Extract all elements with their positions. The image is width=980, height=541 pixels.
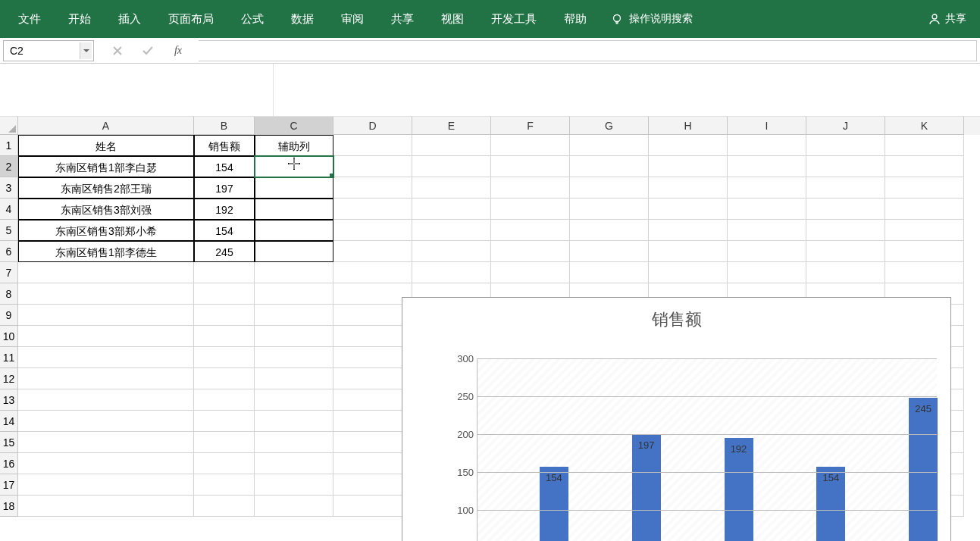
cell-A16[interactable] (18, 453, 194, 474)
row-header-3[interactable]: 3 (0, 177, 18, 199)
cell-D14[interactable] (333, 411, 412, 432)
cell-H2[interactable] (649, 156, 728, 177)
cell-A8[interactable] (18, 283, 194, 305)
spreadsheet-grid[interactable]: ABCDEFGHIJK 1姓名销售额辅助列2东南区销售1部李白瑟1543东南区销… (0, 117, 980, 517)
cell-C6[interactable] (255, 241, 333, 262)
cell-H3[interactable] (649, 177, 728, 199)
cell-D17[interactable] (333, 474, 412, 496)
row-header-2[interactable]: 2 (0, 156, 18, 177)
cell-B6[interactable]: 245 (194, 241, 255, 262)
cell-D4[interactable] (333, 199, 412, 220)
cell-B5[interactable]: 154 (194, 220, 255, 241)
column-header-H[interactable]: H (649, 117, 728, 135)
cell-B15[interactable] (194, 432, 255, 453)
cell-B1[interactable]: 销售额 (194, 135, 255, 156)
cell-D11[interactable] (333, 347, 412, 368)
select-all-corner[interactable] (0, 117, 18, 135)
cell-F1[interactable] (491, 135, 570, 156)
cell-B14[interactable] (194, 411, 255, 432)
ribbon-tab-开发工具[interactable]: 开发工具 (477, 0, 550, 38)
cancel-formula-button[interactable] (105, 40, 130, 61)
cell-B2[interactable]: 154 (194, 156, 255, 177)
row-header-15[interactable]: 15 (0, 432, 18, 453)
row-header-4[interactable]: 4 (0, 199, 18, 220)
cell-D3[interactable] (333, 177, 412, 199)
cell-K4[interactable] (885, 199, 964, 220)
cell-J4[interactable] (806, 199, 885, 220)
cell-A10[interactable] (18, 326, 194, 347)
insert-function-button[interactable]: fx (165, 40, 191, 61)
column-header-I[interactable]: I (728, 117, 806, 135)
cell-C12[interactable] (255, 368, 333, 389)
cell-J3[interactable] (806, 177, 885, 199)
row-header-12[interactable]: 12 (0, 368, 18, 389)
row-header-6[interactable]: 6 (0, 241, 18, 262)
cell-D12[interactable] (333, 368, 412, 389)
cell-E4[interactable] (412, 199, 491, 220)
cell-K5[interactable] (885, 220, 964, 241)
cell-I2[interactable] (728, 156, 806, 177)
cell-H6[interactable] (649, 241, 728, 262)
row-header-18[interactable]: 18 (0, 496, 18, 517)
cell-H5[interactable] (649, 220, 728, 241)
cell-I4[interactable] (728, 199, 806, 220)
cell-H1[interactable] (649, 135, 728, 156)
row-header-17[interactable]: 17 (0, 474, 18, 496)
ribbon-tab-帮助[interactable]: 帮助 (550, 0, 600, 38)
cell-B7[interactable] (194, 262, 255, 283)
cell-C2[interactable] (255, 156, 333, 177)
cell-A15[interactable] (18, 432, 194, 453)
ribbon-tab-审阅[interactable]: 审阅 (327, 0, 377, 38)
cell-B11[interactable] (194, 347, 255, 368)
cell-B12[interactable] (194, 368, 255, 389)
cell-D5[interactable] (333, 220, 412, 241)
row-header-13[interactable]: 13 (0, 389, 18, 411)
column-header-A[interactable]: A (18, 117, 194, 135)
cell-G5[interactable] (570, 220, 649, 241)
cell-H4[interactable] (649, 199, 728, 220)
cell-D16[interactable] (333, 453, 412, 474)
cell-C17[interactable] (255, 474, 333, 496)
cell-G6[interactable] (570, 241, 649, 262)
cell-J6[interactable] (806, 241, 885, 262)
cell-B4[interactable]: 192 (194, 199, 255, 220)
cell-C5[interactable] (255, 220, 333, 241)
enter-formula-button[interactable] (135, 40, 161, 61)
ribbon-tab-开始[interactable]: 开始 (55, 0, 105, 38)
cell-C7[interactable] (255, 262, 333, 283)
cell-K1[interactable] (885, 135, 964, 156)
column-header-B[interactable]: B (194, 117, 255, 135)
cell-C4[interactable] (255, 199, 333, 220)
cell-B9[interactable] (194, 305, 255, 326)
cell-A4[interactable]: 东南区销售3部刘强 (18, 199, 194, 220)
cell-B3[interactable]: 197 (194, 177, 255, 199)
cell-B16[interactable] (194, 453, 255, 474)
cell-I3[interactable] (728, 177, 806, 199)
cell-D7[interactable] (333, 262, 412, 283)
cell-D13[interactable] (333, 389, 412, 411)
cell-D15[interactable] (333, 432, 412, 453)
cell-C10[interactable] (255, 326, 333, 347)
cell-B13[interactable] (194, 389, 255, 411)
cell-J7[interactable] (806, 262, 885, 283)
cell-A13[interactable] (18, 389, 194, 411)
cell-B8[interactable] (194, 283, 255, 305)
cell-C11[interactable] (255, 347, 333, 368)
cell-K3[interactable] (885, 177, 964, 199)
tell-me-search[interactable]: 操作说明搜索 (600, 12, 703, 26)
row-header-11[interactable]: 11 (0, 347, 18, 368)
cell-A5[interactable]: 东南区销售3部郑小希 (18, 220, 194, 241)
row-header-5[interactable]: 5 (0, 220, 18, 241)
name-box-dropdown[interactable] (80, 42, 92, 59)
cell-A7[interactable] (18, 262, 194, 283)
share-button[interactable]: 共享 (919, 12, 975, 26)
column-header-J[interactable]: J (806, 117, 885, 135)
cell-A14[interactable] (18, 411, 194, 432)
column-header-F[interactable]: F (491, 117, 570, 135)
ribbon-tab-文件[interactable]: 文件 (5, 0, 55, 38)
cell-D18[interactable] (333, 496, 412, 517)
cell-E5[interactable] (412, 220, 491, 241)
cell-J1[interactable] (806, 135, 885, 156)
cell-E2[interactable] (412, 156, 491, 177)
chart-bar[interactable] (909, 398, 938, 541)
